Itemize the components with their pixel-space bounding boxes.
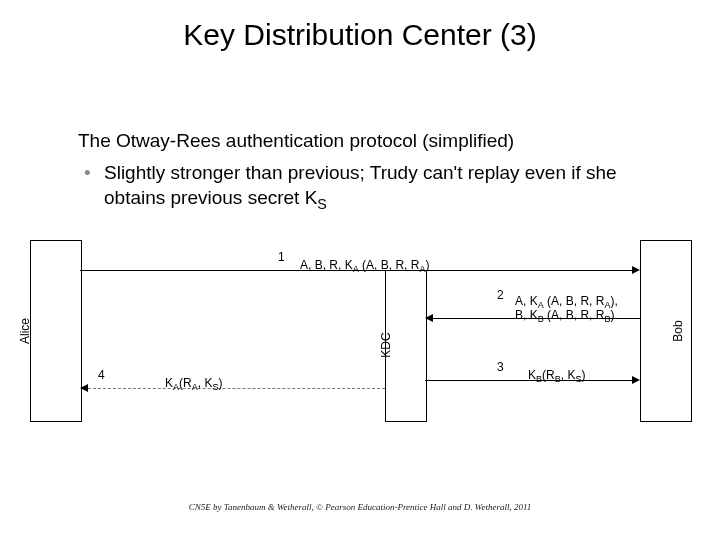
alice-box: [30, 240, 82, 422]
msg4-text: KA(RA, KS): [165, 376, 222, 392]
arrow-2-head: [425, 314, 433, 322]
footer-citation: CN5E by Tanenbaum & Wetherall, © Pearson…: [0, 502, 720, 512]
arrow-4-right: [88, 388, 385, 389]
arrow-3-head: [632, 376, 640, 384]
kdc-label: KDC: [379, 332, 393, 357]
body-text: The Otway-Rees authentication protocol (…: [78, 128, 658, 214]
alice-label: Alice: [18, 318, 32, 344]
msg3-num: 3: [497, 360, 504, 374]
page-title: Key Distribution Center (3): [0, 18, 720, 52]
protocol-diagram: Alice KDC Bob 1 A, B, R, KA (A, B, R, RA…: [10, 240, 710, 440]
msg4-num: 4: [98, 368, 105, 382]
bob-label: Bob: [671, 320, 685, 341]
bullet-dot: •: [78, 160, 104, 215]
msg1-text: A, B, R, KA (A, B, R, RA): [300, 258, 429, 274]
msg3-text: KB(RB, KS): [528, 368, 585, 384]
slide: Key Distribution Center (3) The Otway-Re…: [0, 0, 720, 540]
msg1-num: 1: [278, 250, 285, 264]
bullet-text: Slightly stronger than previous; Trudy c…: [104, 160, 658, 215]
bullet-item: • Slightly stronger than previous; Trudy…: [78, 160, 658, 215]
msg2-text-line2: B, KB (A, B, R, RB): [515, 308, 614, 324]
msg2-num: 2: [497, 288, 504, 302]
intro-line: The Otway-Rees authentication protocol (…: [78, 128, 658, 154]
arrow-1-head: [632, 266, 640, 274]
arrow-4-head: [80, 384, 88, 392]
